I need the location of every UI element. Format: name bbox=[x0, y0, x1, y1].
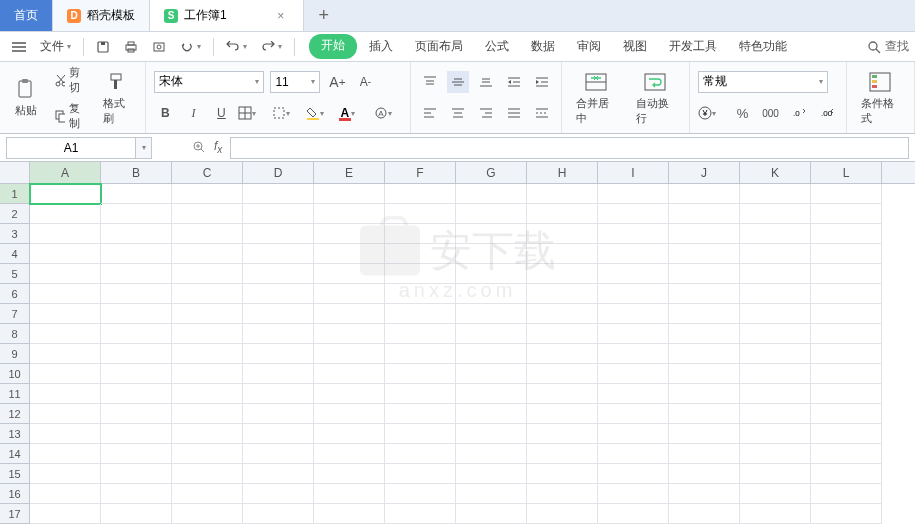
cell[interactable] bbox=[30, 464, 101, 484]
cell[interactable] bbox=[669, 204, 740, 224]
cell[interactable] bbox=[740, 324, 811, 344]
cell[interactable] bbox=[172, 424, 243, 444]
cell[interactable] bbox=[314, 464, 385, 484]
cell[interactable] bbox=[101, 264, 172, 284]
cell[interactable] bbox=[172, 224, 243, 244]
cell[interactable] bbox=[527, 264, 598, 284]
print-preview-button[interactable] bbox=[146, 35, 172, 59]
cell[interactable] bbox=[527, 284, 598, 304]
cell[interactable] bbox=[385, 464, 456, 484]
cell[interactable] bbox=[598, 204, 669, 224]
cell[interactable] bbox=[456, 484, 527, 504]
cell[interactable] bbox=[314, 384, 385, 404]
cell[interactable] bbox=[669, 404, 740, 424]
cell[interactable] bbox=[811, 484, 882, 504]
cell[interactable] bbox=[669, 284, 740, 304]
cell[interactable] bbox=[314, 184, 385, 204]
cell[interactable] bbox=[669, 344, 740, 364]
cell[interactable] bbox=[314, 444, 385, 464]
cell[interactable] bbox=[385, 404, 456, 424]
redo-icon[interactable]: ▾ bbox=[255, 35, 288, 59]
cell[interactable] bbox=[740, 264, 811, 284]
ribbon-tab-view[interactable]: 视图 bbox=[613, 34, 657, 59]
cell[interactable] bbox=[30, 224, 101, 244]
column-header[interactable]: B bbox=[101, 162, 172, 183]
cell[interactable] bbox=[527, 504, 598, 524]
cell[interactable] bbox=[172, 184, 243, 204]
cell[interactable] bbox=[385, 204, 456, 224]
cell[interactable] bbox=[527, 344, 598, 364]
cell[interactable] bbox=[598, 464, 669, 484]
cell[interactable] bbox=[243, 184, 314, 204]
cell[interactable] bbox=[740, 384, 811, 404]
cell[interactable] bbox=[811, 464, 882, 484]
column-header[interactable]: G bbox=[456, 162, 527, 183]
column-header[interactable]: F bbox=[385, 162, 456, 183]
cell[interactable] bbox=[385, 244, 456, 264]
align-bottom-button[interactable] bbox=[475, 71, 497, 93]
cell[interactable] bbox=[30, 324, 101, 344]
cell[interactable] bbox=[527, 424, 598, 444]
cell[interactable] bbox=[740, 484, 811, 504]
cell[interactable] bbox=[314, 364, 385, 384]
cell[interactable] bbox=[101, 244, 172, 264]
comma-button[interactable]: 000 bbox=[760, 102, 782, 124]
cell[interactable] bbox=[30, 344, 101, 364]
cell[interactable] bbox=[172, 284, 243, 304]
column-header[interactable]: C bbox=[172, 162, 243, 183]
cell[interactable] bbox=[101, 324, 172, 344]
cell[interactable] bbox=[385, 284, 456, 304]
cell[interactable] bbox=[669, 384, 740, 404]
cell[interactable] bbox=[172, 364, 243, 384]
cell[interactable] bbox=[385, 324, 456, 344]
cell[interactable] bbox=[30, 204, 101, 224]
select-all-corner[interactable] bbox=[0, 162, 30, 184]
cell[interactable] bbox=[172, 304, 243, 324]
cut-button[interactable]: 剪切 bbox=[50, 63, 91, 97]
cell[interactable] bbox=[811, 264, 882, 284]
underline-button[interactable]: U bbox=[210, 102, 232, 124]
column-header[interactable]: E bbox=[314, 162, 385, 183]
copy-button[interactable]: 复制 bbox=[50, 99, 91, 133]
cell[interactable] bbox=[740, 304, 811, 324]
cell[interactable] bbox=[527, 184, 598, 204]
cell[interactable] bbox=[243, 244, 314, 264]
cell[interactable] bbox=[172, 244, 243, 264]
row-header[interactable]: 12 bbox=[0, 404, 30, 424]
cell[interactable] bbox=[385, 264, 456, 284]
save-button[interactable] bbox=[90, 35, 116, 59]
ribbon-tab-start[interactable]: 开始 bbox=[309, 34, 357, 59]
cell[interactable] bbox=[385, 504, 456, 524]
cell[interactable] bbox=[314, 404, 385, 424]
cell[interactable] bbox=[527, 364, 598, 384]
ribbon-tab-insert[interactable]: 插入 bbox=[359, 34, 403, 59]
cell[interactable] bbox=[101, 224, 172, 244]
cell[interactable] bbox=[314, 284, 385, 304]
column-header[interactable]: H bbox=[527, 162, 598, 183]
undo-icon[interactable]: ▾ bbox=[220, 35, 253, 59]
row-header[interactable]: 11 bbox=[0, 384, 30, 404]
cell[interactable] bbox=[669, 304, 740, 324]
cell[interactable] bbox=[740, 364, 811, 384]
cell[interactable] bbox=[172, 504, 243, 524]
cell[interactable] bbox=[527, 444, 598, 464]
cell[interactable] bbox=[811, 224, 882, 244]
row-header[interactable]: 6 bbox=[0, 284, 30, 304]
column-header[interactable]: A bbox=[30, 162, 101, 183]
cell[interactable] bbox=[669, 244, 740, 264]
cell[interactable] bbox=[172, 204, 243, 224]
formula-input[interactable] bbox=[230, 137, 909, 159]
ribbon-tab-layout[interactable]: 页面布局 bbox=[405, 34, 473, 59]
format-painter-button[interactable]: 格式刷 bbox=[97, 66, 137, 130]
cell[interactable] bbox=[598, 444, 669, 464]
cell[interactable] bbox=[598, 184, 669, 204]
cell[interactable] bbox=[598, 344, 669, 364]
cell[interactable] bbox=[598, 364, 669, 384]
cell[interactable] bbox=[669, 444, 740, 464]
cell[interactable] bbox=[811, 384, 882, 404]
fx-icon[interactable]: fx bbox=[214, 139, 222, 155]
cell[interactable] bbox=[101, 424, 172, 444]
cell[interactable] bbox=[243, 424, 314, 444]
cell[interactable] bbox=[456, 324, 527, 344]
cell[interactable] bbox=[740, 444, 811, 464]
